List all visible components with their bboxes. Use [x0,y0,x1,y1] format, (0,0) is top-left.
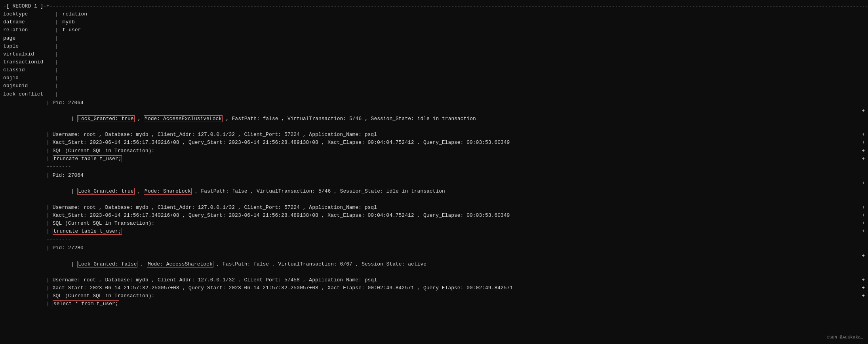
lock-block-2-line2: | Username: root , Database: mydb , Clie… [3,204,865,212]
lock-granted-badge-3: Lock_Granted: false [77,261,137,268]
lock-block-1-line3: | Xact_Start: 2023-06-14 21:56:17.340216… [3,139,865,147]
field-name-lock-conflict: lock_conflict [3,90,55,98]
field-locktype: locktype | relation [3,10,865,18]
lock-mode-badge-1: Mode: AccessExclusiveLock [144,115,223,122]
field-name-virtualxid: virtualxid [3,50,55,58]
field-objsubid: objsubid | [3,82,865,90]
pid-line-1: | Pid: 27064 [3,99,865,107]
lock-block-2-separator: -------- [3,235,865,243]
lock-block-2-line4: | SQL (Current SQL in Transaction): + [3,220,865,227]
lock-mode-badge-3: Mode: AccessShareLock [147,261,213,268]
field-transactionid: transactionid | [3,58,865,66]
field-value-relation: t_user [63,26,81,34]
lock-block-3-line2: | Username: root , Database: mydb , Clie… [3,276,865,284]
field-name-objid: objid [3,74,55,82]
record-header: -[ RECORD 1 ]-+-------------------------… [3,2,865,10]
lock-block-1-separator: -------- [3,163,865,171]
pid-line-3: | Pid: 27280 [3,244,865,252]
field-classid: classid | [3,66,865,74]
field-value-datname: mydb [63,18,75,26]
field-tuple: tuple | [3,42,865,50]
lock-mode-badge-2: Mode: ShareLock [144,188,192,195]
sql-statement-1: truncate table t_user; [53,155,122,162]
lock-block-2-line1: | Lock_Granted: true , Mode: ShareLock ,… [3,180,865,203]
watermark: CSDN @ACGkaka_ [827,334,863,341]
field-name-locktype: locktype [3,10,55,18]
field-name-datname: datname [3,18,55,26]
lock-block-3-line1: | Lock_Granted: false , Mode: AccessShar… [3,252,865,276]
lock-block-2-line3: | Xact_Start: 2023-06-14 21:56:17.340216… [3,212,865,220]
field-value-locktype: relation [63,10,87,18]
field-virtualxid: virtualxid | [3,50,865,58]
field-datname: datname | mydb [3,18,865,26]
lock-block-1-line4: | SQL (Current SQL in Transaction): + [3,147,865,155]
field-name-transactionid: transactionid [3,58,55,66]
lock-block-2-line5: | truncate table t_user; + [3,227,865,235]
lock-block-1: | Pid: 27064 | Lock_Granted: true , Mode… [3,99,865,171]
lock-block-3-line3: | Xact_Start: 2023-06-14 21:57:32.250057… [3,284,865,292]
field-name-page: page [3,34,55,42]
lock-block-3-line4: | SQL (Current SQL in Transaction): + [3,292,865,300]
lock-block-1-line5: | truncate table t_user; + [3,155,865,163]
field-name-classid: classid [3,66,55,74]
field-relation: relation | t_user [3,26,865,34]
lock-granted-badge-1: Lock_Granted: true [77,115,134,122]
terminal-output: -[ RECORD 1 ]-+-------------------------… [0,2,868,310]
field-page: page | [3,34,865,42]
field-name-relation: relation [3,26,55,34]
field-name-tuple: tuple [3,42,55,50]
pid-line-2: | Pid: 27064 [3,172,865,180]
lock-block-3-line5: | select * from t_user; [3,300,865,308]
sql-statement-3: select * from t_user; [53,300,119,307]
field-objid: objid | [3,74,865,82]
field-lock-conflict: lock_conflict | [3,90,865,98]
lock-block-1-line1: | Lock_Granted: true , Mode: AccessExclu… [3,107,865,131]
lock-block-3: | Pid: 27280 | Lock_Granted: false , Mod… [3,244,865,308]
field-name-objsubid: objsubid [3,82,55,90]
lock-block-1-line2: | Username: root , Database: mydb , Clie… [3,131,865,139]
lock-block-2: | Pid: 27064 | Lock_Granted: true , Mode… [3,172,865,243]
sql-statement-2: truncate table t_user; [53,228,122,235]
lock-granted-badge-2: Lock_Granted: true [77,188,134,195]
